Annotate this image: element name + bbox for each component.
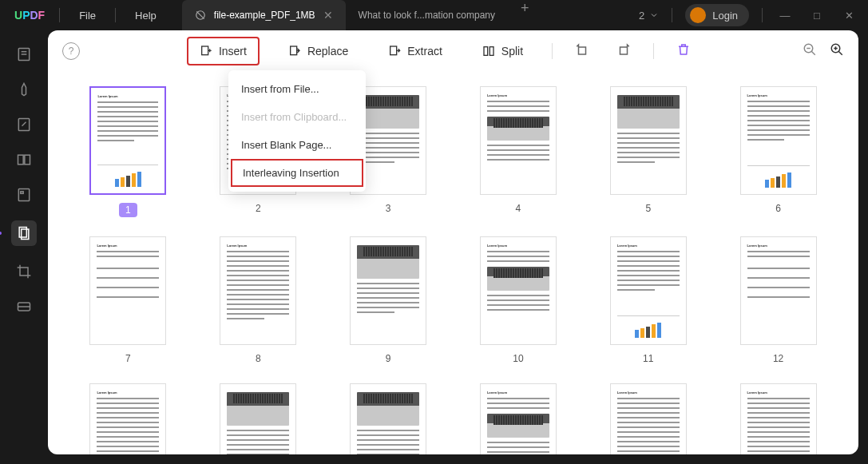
page-preview: Lorem Ipsum [89, 86, 166, 195]
close-button[interactable]: ✕ [839, 10, 858, 22]
comment-icon[interactable] [14, 80, 34, 99]
minimize-button[interactable]: — [775, 10, 795, 22]
zoom-out-icon[interactable] [803, 42, 817, 60]
app-logo: UPDF [0, 9, 59, 22]
svg-line-26 [838, 51, 842, 55]
organize-icon[interactable] [11, 220, 37, 246]
page-preview: Lorem Ipsum [220, 236, 296, 345]
page-thumbnail[interactable] [210, 383, 307, 454]
page-count[interactable]: 2 [639, 10, 659, 22]
page-number: 6 [775, 203, 781, 214]
menu-file[interactable]: File [60, 10, 115, 22]
main-area: ? Insert Replace Extract Split [0, 30, 868, 464]
dd-insert-from-clipboard: Insert from Clipboard... [228, 103, 366, 131]
page-number: 3 [386, 203, 391, 214]
insert-button[interactable]: Insert [187, 37, 260, 65]
insert-icon [200, 45, 212, 58]
page-number: 5 [645, 203, 651, 214]
new-tab-button[interactable]: + [508, 0, 542, 30]
login-label: Login [712, 10, 738, 22]
page-thumbnail[interactable]: Lorem Ipsum [600, 383, 696, 454]
close-icon[interactable]: ✕ [323, 9, 333, 22]
reader-icon[interactable] [14, 45, 34, 64]
page-number: 7 [125, 353, 131, 364]
page-preview: Lorem Ipsum [610, 383, 687, 454]
page-preview: Lorem Ipsum [740, 86, 817, 195]
dd-insert-from-file[interactable]: Insert from File... [228, 75, 366, 103]
help-icon[interactable]: ? [62, 42, 80, 60]
content-panel: ? Insert Replace Extract Split [48, 30, 858, 454]
page-thumbnail[interactable]: Lorem Ipsum 6 [730, 86, 826, 217]
svg-rect-18 [484, 47, 488, 56]
page-preview: Lorem Ipsum [740, 236, 817, 345]
rotate-left-icon[interactable] [570, 38, 594, 65]
tab-active[interactable]: file-example_PDF_1MB ✕ [182, 0, 346, 30]
form-icon[interactable] [14, 185, 34, 204]
split-button[interactable]: Split [471, 38, 534, 64]
svg-rect-19 [489, 47, 493, 56]
svg-rect-16 [291, 46, 297, 55]
page-thumbnail[interactable]: Lorem Ipsum 1 [80, 86, 176, 217]
toolbar-right [803, 42, 844, 60]
active-indicator [0, 232, 2, 235]
edit-icon[interactable] [14, 115, 34, 134]
titlebar: UPDF File Help file-example_PDF_1MB ✕ Wh… [0, 0, 868, 30]
page-preview: Lorem Ipsum [480, 236, 557, 345]
page-thumbnail[interactable]: Lorem Ipsum 8 [210, 236, 307, 364]
menu-help[interactable]: Help [116, 10, 176, 22]
page-thumbnail[interactable]: Lorem Ipsum 11 [600, 236, 696, 364]
compare-icon[interactable] [14, 150, 34, 169]
replace-button[interactable]: Replace [277, 38, 359, 64]
dd-insert-blank[interactable]: Insert Blank Page... [228, 131, 366, 159]
tab-label: What to look f...mation company [359, 10, 495, 21]
page-thumbnail[interactable]: Lorem Ipsum 4 [470, 86, 567, 217]
page-thumbnail[interactable]: 9 [340, 236, 437, 364]
page-thumbnail[interactable] [340, 383, 437, 454]
page-number: 12 [773, 353, 783, 364]
svg-rect-20 [579, 47, 586, 54]
page-thumbnail[interactable]: Lorem Ipsum [80, 383, 176, 454]
svg-rect-13 [202, 46, 208, 55]
chevron-down-icon [649, 10, 659, 20]
svg-rect-5 [18, 155, 24, 165]
page-thumbnail[interactable]: Lorem Ipsum [470, 383, 567, 454]
page-thumbnail[interactable]: Lorem Ipsum 7 [80, 236, 176, 364]
crop-icon[interactable] [14, 262, 34, 281]
separator [762, 8, 763, 22]
toolbar-center: Insert Replace Extract Split [91, 37, 791, 65]
svg-line-23 [811, 51, 815, 55]
page-thumbnail[interactable]: Lorem Ipsum 10 [470, 236, 567, 364]
redact-icon[interactable] [14, 297, 34, 316]
svg-rect-8 [21, 192, 23, 194]
page-number: 11 [643, 353, 653, 364]
page-number: 9 [386, 353, 391, 364]
dd-interleaving-insertion[interactable]: Interleaving Insertion [231, 159, 363, 187]
page-count-value: 2 [639, 10, 644, 22]
sidebar [0, 30, 48, 454]
page-number: 2 [256, 203, 261, 214]
page-thumbnail[interactable]: Lorem Ipsum [730, 383, 826, 454]
page-preview [350, 236, 426, 345]
login-button[interactable]: Login [685, 4, 749, 26]
page-thumbnail[interactable]: 5 [600, 86, 696, 217]
svg-rect-17 [390, 46, 397, 55]
page-preview [220, 383, 296, 454]
svg-rect-21 [620, 47, 628, 54]
tab-inactive[interactable]: What to look f...mation company [346, 0, 508, 30]
rotate-right-icon[interactable] [612, 38, 636, 65]
page-number: 4 [516, 203, 521, 214]
split-label: Split [501, 45, 523, 58]
replace-label: Replace [307, 45, 348, 58]
insert-label: Insert [219, 45, 247, 58]
page-preview: Lorem Ipsum [480, 86, 557, 195]
delete-icon[interactable] [672, 38, 696, 65]
replace-icon [288, 45, 301, 58]
tab-label: file-example_PDF_1MB [214, 10, 315, 21]
page-preview: Lorem Ipsum [740, 383, 817, 454]
document-icon [195, 10, 206, 21]
page-thumbnail[interactable]: Lorem Ipsum 12 [730, 236, 826, 364]
maximize-button[interactable]: □ [807, 10, 826, 22]
zoom-in-icon[interactable] [830, 42, 844, 60]
extract-button[interactable]: Extract [377, 38, 454, 64]
avatar-icon [690, 7, 706, 23]
